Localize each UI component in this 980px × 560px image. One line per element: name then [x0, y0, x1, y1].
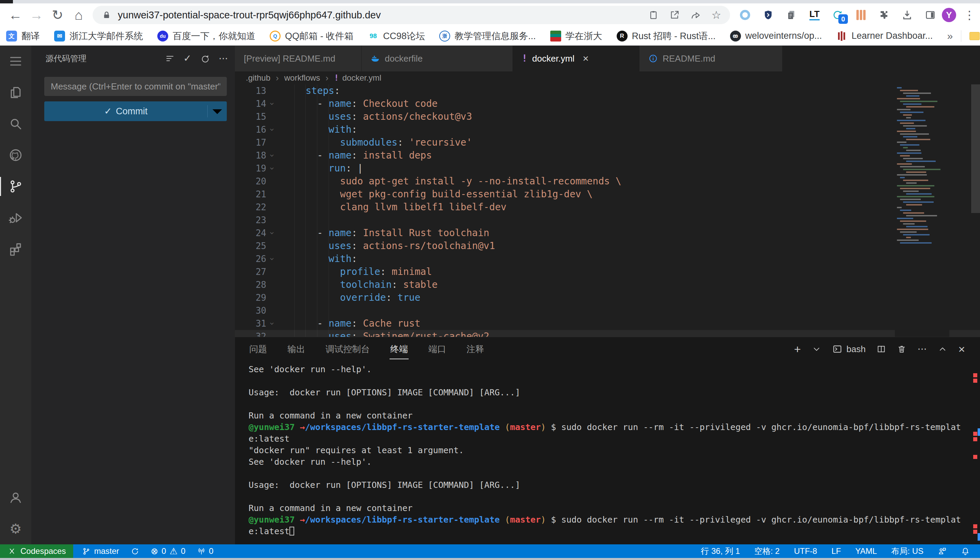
activity-menu[interactable] — [0, 46, 31, 77]
panel-more-icon[interactable]: ⋯ — [917, 344, 927, 354]
forward-icon[interactable]: → — [26, 5, 47, 25]
back-icon[interactable]: ← — [5, 5, 26, 25]
commit-dropdown-chevron-icon[interactable] — [208, 102, 227, 121]
panel-tab-调试控制台[interactable]: 调试控制台 — [325, 338, 370, 360]
bookmarks-overflow-chevron[interactable]: » — [947, 30, 953, 42]
bookmark-item-5[interactable]: 浙教学管理信息服务... — [439, 30, 536, 42]
activity-explorer[interactable] — [0, 77, 31, 108]
view-sort-icon[interactable] — [165, 54, 175, 63]
panel-tab-输出[interactable]: 输出 — [287, 338, 306, 360]
extensions-puzzle-icon[interactable] — [876, 7, 891, 22]
status-feedback[interactable] — [938, 547, 947, 556]
activity-settings[interactable]: ⚙ — [0, 513, 31, 544]
more-actions-icon[interactable]: ⋯ — [219, 54, 228, 63]
bookmark-item-3[interactable]: QQQ邮箱 - 收件箱 — [270, 30, 353, 42]
activity-github[interactable] — [0, 140, 31, 171]
tab--preview-readme.md[interactable]: [Preview] README.md — [235, 46, 361, 72]
fold-chevron-icon[interactable]: › — [266, 166, 279, 171]
panel-tab-端口[interactable]: 端口 — [428, 338, 447, 360]
status-sync[interactable] — [131, 547, 139, 556]
tab-close-icon[interactable]: × — [583, 53, 589, 64]
fold-chevron-icon[interactable]: › — [266, 127, 279, 132]
refresh-icon[interactable] — [200, 54, 210, 63]
editor-scrollbar-thumb[interactable] — [971, 84, 980, 213]
minimap[interactable] — [895, 84, 949, 337]
fold-chevron-icon[interactable]: › — [266, 231, 279, 235]
activity-account[interactable] — [0, 482, 31, 513]
share-icon[interactable] — [690, 10, 701, 20]
commit-button[interactable]: ✓ Commit — [44, 102, 227, 121]
status-keyboard-layout[interactable]: 布局: US — [891, 546, 923, 557]
side-panel-icon[interactable] — [923, 7, 938, 22]
terminal[interactable]: See 'docker run --help'. Usage: docker r… — [249, 364, 973, 542]
url-bar[interactable]: yunwei37-potential-space-trout-rpr5qwj66… — [93, 6, 730, 24]
bookmark-item-4[interactable]: 98CC98论坛 — [368, 30, 425, 42]
status-branch[interactable]: master — [82, 547, 119, 556]
breadcrumb-item-0[interactable]: .github — [246, 73, 270, 83]
pencils-extension-icon[interactable] — [853, 7, 868, 22]
bookmark-item-6[interactable]: 学在浙大 — [550, 30, 602, 42]
prompt-user: @yunwei37 — [249, 515, 300, 525]
reload-icon[interactable]: ↻ — [47, 5, 68, 25]
languagetool-extension-icon[interactable]: LT — [807, 7, 822, 22]
shield-extension-icon[interactable] — [761, 7, 776, 22]
line-number: 14 — [235, 97, 266, 110]
panel-tab-终端[interactable]: 终端 — [390, 338, 409, 360]
activity-extensions[interactable] — [0, 233, 31, 265]
downloads-icon[interactable] — [900, 7, 915, 22]
activity-source-control[interactable] — [0, 171, 31, 202]
bookmark-item-2[interactable]: du百度一下，你就知道 — [157, 30, 255, 42]
sync-extension-icon[interactable]: 0 — [830, 7, 845, 22]
breadcrumb-item-2[interactable]: !docker.yml — [334, 73, 381, 83]
status-eol[interactable]: LF — [831, 547, 841, 556]
fold-chevron-icon[interactable]: › — [266, 102, 279, 106]
breadcrumb-item-1[interactable]: workflows — [284, 73, 320, 83]
circle-extension-icon[interactable] — [738, 7, 753, 22]
fold-chevron-icon[interactable]: › — [266, 321, 279, 326]
tab-dockerfile[interactable]: dockerfile — [361, 46, 513, 72]
status-cursor-position[interactable]: 行 36, 列 1 — [701, 546, 740, 557]
remote-indicator[interactable]: Codespaces — [0, 544, 73, 558]
terminal-chip[interactable]: bash — [832, 344, 866, 355]
profile-avatar[interactable]: Y — [942, 8, 956, 22]
home-icon[interactable]: ⌂ — [68, 5, 89, 25]
panel-tab-问题[interactable]: 问题 — [249, 338, 268, 360]
bookmark-star-icon[interactable]: ☆ — [711, 10, 721, 20]
status-notifications[interactable] — [961, 547, 970, 556]
kill-terminal-icon[interactable] — [897, 344, 906, 354]
launch-profile-dropdown-icon[interactable] — [812, 344, 821, 354]
new-terminal-icon[interactable]: + — [794, 343, 801, 355]
commit-message-input[interactable] — [44, 77, 227, 96]
close-panel-icon[interactable]: × — [958, 343, 965, 355]
token — [351, 163, 357, 174]
url-text[interactable]: yunwei37-potential-space-trout-rpr5qwj66… — [118, 10, 641, 21]
other-bookmarks[interactable]: 其他书签 — [970, 30, 980, 42]
status-ports[interactable]: 0 — [197, 547, 214, 556]
tab-readme.md[interactable]: README.md — [639, 46, 783, 72]
open-in-new-icon[interactable] — [669, 10, 680, 20]
bookmark-item-0[interactable]: 文翻译 — [6, 30, 40, 42]
fold-chevron-icon[interactable]: › — [266, 153, 279, 158]
status-encoding[interactable]: UTF-8 — [794, 547, 817, 556]
maximize-panel-icon[interactable] — [938, 344, 947, 354]
fold-chevron-icon[interactable]: › — [266, 257, 279, 261]
notes-extension-icon[interactable] — [784, 7, 799, 22]
code-editor[interactable]: 13 steps:14› - name: Checkout code15 use… — [235, 84, 980, 337]
clipboard-icon[interactable] — [648, 10, 659, 20]
status-language-mode[interactable]: YAML — [855, 547, 877, 556]
commit-check-icon[interactable]: ✓ — [184, 54, 191, 63]
browser-menu-icon[interactable]: ⋮ — [964, 8, 975, 22]
sidebar-actions: ✓⋯ — [165, 54, 228, 63]
bookmark-item-1[interactable]: ✉浙江大学邮件系统 — [54, 30, 143, 42]
source-control-icon — [8, 179, 23, 194]
bookmark-item-9[interactable]: Learner Dashboar... — [836, 31, 933, 42]
split-terminal-icon[interactable] — [876, 344, 886, 354]
status-problems[interactable]: ⊗0⚠0 — [151, 547, 186, 556]
status-indentation[interactable]: 空格: 2 — [754, 546, 780, 557]
tab-docker.yml[interactable]: !docker.yml× — [513, 46, 639, 72]
activity-run-debug[interactable] — [0, 202, 31, 233]
bookmark-item-7[interactable]: RRust 招聘 - Rust语... — [617, 30, 716, 42]
bookmark-item-8[interactable]: ꙭweloveinterns/op... — [730, 31, 822, 42]
activity-search[interactable] — [0, 108, 31, 140]
panel-tab-注释[interactable]: 注释 — [466, 338, 485, 360]
